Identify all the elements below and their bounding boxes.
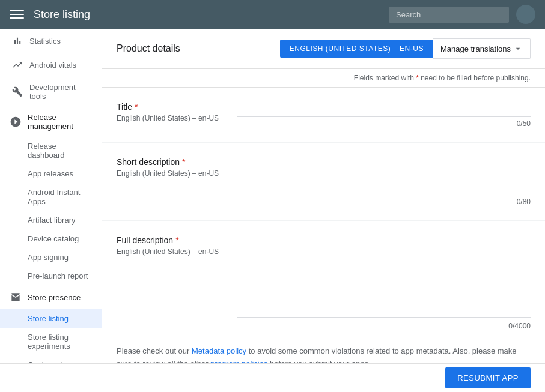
- short-description-textarea[interactable]: [237, 157, 531, 193]
- sidebar-item-store-listing-experiments[interactable]: Store listing experiments: [0, 328, 102, 355]
- sidebar-item-development-tools[interactable]: Development tools: [0, 77, 102, 107]
- store-presence-label: Store presence: [28, 293, 81, 302]
- sidebar-item-store-listing[interactable]: Store listing: [0, 309, 102, 328]
- title-label: Title *: [117, 102, 237, 112]
- full-desc-label: Full description *: [117, 235, 237, 245]
- tools-icon: [11, 86, 23, 98]
- short-desc-input-col: 0/80: [237, 157, 531, 206]
- full-desc-input-col: 0/4000: [237, 235, 531, 330]
- product-details-header: Product details ENGLISH (UNITED STATES) …: [102, 29, 545, 69]
- sidebar-item-app-releases[interactable]: App releases: [0, 164, 102, 183]
- sidebar-release-management[interactable]: Release management: [0, 107, 102, 137]
- title-sublabel: English (United States) – en-US: [117, 114, 237, 122]
- development-tools-label: Development tools: [29, 83, 92, 101]
- release-icon: [10, 116, 22, 128]
- menu-icon[interactable]: [10, 7, 24, 22]
- resubmit-button[interactable]: RESUBMIT APP: [445, 367, 531, 388]
- language-button[interactable]: ENGLISH (UNITED STATES) – EN-US: [280, 40, 433, 58]
- title-input-col: 0/50: [237, 102, 531, 128]
- topbar-title: Store listing: [34, 8, 90, 21]
- topbar: Store listing: [0, 0, 545, 29]
- release-management-label: Release management: [28, 113, 92, 131]
- store-icon: [10, 291, 22, 303]
- full-desc-sublabel: English (United States) – en-US: [117, 247, 237, 256]
- topbar-search: [389, 7, 509, 23]
- android-vitals-label: Android vitals: [29, 61, 76, 70]
- sidebar: Statistics Android vitals Development to…: [0, 29, 102, 392]
- short-desc-label: Short description *: [117, 157, 237, 167]
- full-desc-label-col: Full description * English (United State…: [117, 235, 237, 330]
- required-star: *: [416, 74, 419, 82]
- short-desc-label-col: Short description * English (United Stat…: [117, 157, 237, 206]
- product-details-title: Product details: [117, 43, 280, 54]
- vitals-icon: [11, 59, 23, 71]
- short-desc-sublabel: English (United States) – en-US: [117, 169, 237, 178]
- title-input[interactable]: [237, 102, 531, 117]
- sidebar-item-release-dashboard[interactable]: Release dashboard: [0, 137, 102, 164]
- manage-translations-button[interactable]: Manage translations: [433, 38, 531, 59]
- content-area: Product details ENGLISH (UNITED STATES) …: [102, 29, 545, 392]
- sidebar-item-device-catalog[interactable]: Device catalog: [0, 229, 102, 248]
- sidebar-item-android-vitals[interactable]: Android vitals: [0, 53, 102, 77]
- sidebar-item-pre-launch-report[interactable]: Pre-launch report: [0, 267, 102, 285]
- title-char-count: 0/50: [237, 119, 531, 128]
- search-input[interactable]: [389, 7, 509, 23]
- short-description-section: Short description * English (United Stat…: [102, 143, 545, 221]
- title-section: Title * English (United States) – en-US …: [102, 88, 545, 143]
- required-note: Fields marked with * need to be filled b…: [102, 69, 545, 88]
- full-desc-char-count: 0/4000: [237, 322, 531, 330]
- metadata-policy-link[interactable]: Metadata policy: [192, 346, 246, 355]
- main-content: Product details ENGLISH (UNITED STATES) …: [102, 29, 545, 392]
- sidebar-item-statistics[interactable]: Statistics: [0, 29, 102, 53]
- bottom-bar: RESUBMIT APP: [0, 363, 545, 392]
- sidebar-item-artifact-library[interactable]: Artifact library: [0, 211, 102, 229]
- statistics-label: Statistics: [29, 37, 61, 46]
- full-description-textarea[interactable]: [237, 235, 531, 318]
- sidebar-store-presence[interactable]: Store presence: [0, 285, 102, 309]
- sidebar-item-app-signing[interactable]: App signing: [0, 248, 102, 267]
- short-desc-char-count: 0/80: [237, 198, 531, 206]
- bar-chart-icon: [11, 35, 23, 47]
- sidebar-item-android-instant-apps[interactable]: Android Instant Apps: [0, 183, 102, 211]
- full-description-section: Full description * English (United State…: [102, 221, 545, 345]
- title-label-col: Title * English (United States) – en-US: [117, 102, 237, 128]
- avatar[interactable]: [516, 5, 535, 24]
- main-layout: Statistics Android vitals Development to…: [0, 29, 545, 392]
